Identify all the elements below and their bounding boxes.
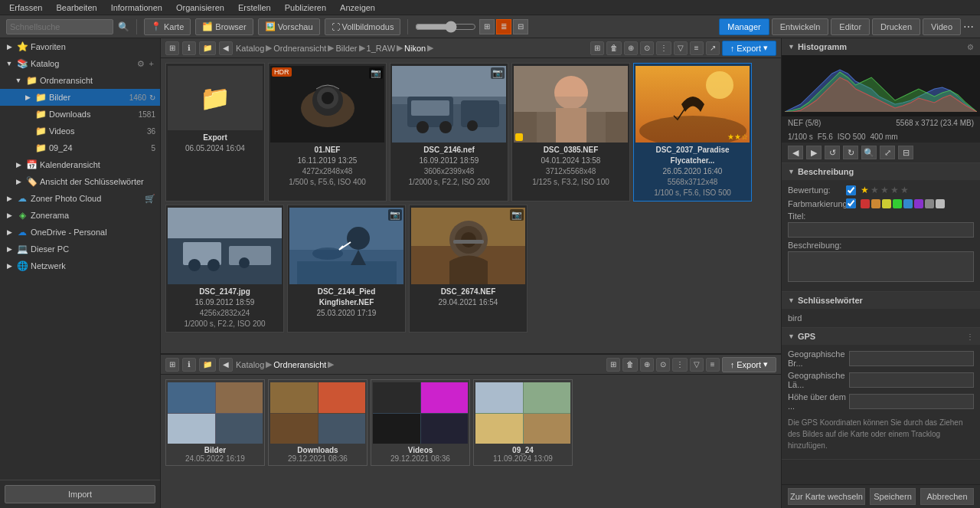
map-btn[interactable]: 📍 Karte	[144, 18, 191, 35]
editor-btn[interactable]: Editor	[831, 18, 870, 35]
toggle-pc[interactable]: ▶	[5, 244, 14, 254]
b2-folder-btn[interactable]: 📁	[199, 358, 216, 372]
breadcrumb-1raw[interactable]: 1_RAW	[367, 44, 396, 53]
b2-copy-btn[interactable]: ⊕	[640, 358, 654, 372]
keywords-header[interactable]: ▼ Schlüsselwörter	[782, 292, 980, 309]
menu-informationen[interactable]: Informationen	[105, 2, 168, 14]
breadcrumb-bilder[interactable]: Bilder	[335, 44, 357, 53]
color-yellow[interactable]	[882, 199, 891, 208]
description-header[interactable]: ▼ Beschreibung	[782, 163, 980, 180]
b1-info-btn[interactable]: ℹ	[182, 41, 196, 55]
folder-09-24[interactable]: 09_24 11.09.2024 13:09	[473, 379, 573, 466]
color-orange[interactable]	[871, 199, 880, 208]
bilder-sync-btn[interactable]: ↻	[149, 93, 155, 102]
gps-lat-input[interactable]	[849, 351, 974, 366]
b1-sort-btn[interactable]: ⋮	[656, 41, 671, 55]
thumb-export[interactable]: 📁 Export 06.05.2024 16:04	[165, 63, 265, 202]
save-button[interactable]: Speichern	[870, 488, 916, 505]
b1-share-btn[interactable]: ↗	[706, 41, 720, 55]
sidebar-item-network[interactable]: ▶ 🌐 Netzwerk	[0, 257, 160, 274]
sidebar-item-folder-view[interactable]: ▼ 📁 Ordneransicht	[0, 72, 160, 89]
hist-compare-btn[interactable]: ⊟	[898, 146, 913, 159]
sidebar-item-pc[interactable]: ▶ 💻 Dieser PC	[0, 241, 160, 257]
toggle-catalog[interactable]: ▼	[5, 59, 14, 68]
color-red[interactable]	[861, 199, 870, 208]
color-checkbox[interactable]	[846, 198, 856, 208]
b1-icon-btn[interactable]: ⊞	[165, 41, 179, 55]
hist-next-btn[interactable]: ▶	[806, 146, 822, 159]
menu-publizieren[interactable]: Publizieren	[279, 2, 332, 14]
sidebar-item-photo-cloud[interactable]: ▶ ☁ Zoner Photo Cloud 🛒	[0, 190, 160, 207]
sidebar-item-videos[interactable]: ▶ 📁 Videos 36	[0, 123, 160, 139]
sidebar-item-09-24[interactable]: ▶ 📁 09_24 5	[0, 139, 160, 156]
toggle-network[interactable]: ▶	[5, 261, 14, 270]
catalog-add-btn[interactable]: +	[148, 58, 155, 70]
b1-copy-btn[interactable]: ⊕	[624, 41, 638, 55]
b1-filter-btn[interactable]: ▽	[674, 41, 688, 55]
video-btn[interactable]: Video	[923, 18, 961, 35]
menu-erfassen[interactable]: Erfassen	[3, 2, 48, 14]
b2-paste-btn[interactable]: ⊙	[656, 358, 670, 372]
color-purple[interactable]	[914, 199, 923, 208]
gps-alt-input[interactable]	[849, 394, 974, 409]
catalog-settings-btn[interactable]: ⚙	[136, 58, 146, 70]
star-1[interactable]: ★	[861, 185, 869, 195]
menu-erstellen[interactable]: Erstellen	[232, 2, 277, 14]
import-button[interactable]: Import	[5, 485, 155, 503]
menu-anzeigen[interactable]: Anzeigen	[334, 2, 381, 14]
toggle-onedrive[interactable]: ▶	[5, 228, 14, 237]
b1-grid-btn[interactable]: ⊞	[590, 41, 604, 55]
sidebar-item-downloads[interactable]: ▶ 📁 Downloads 1581	[0, 106, 160, 123]
star-4[interactable]: ★	[890, 185, 899, 195]
toggle-keywords[interactable]: ▶	[14, 177, 23, 186]
toggle-bilder[interactable]: ▶	[23, 93, 32, 102]
color-lightgray[interactable]	[936, 199, 945, 208]
hist-expand-btn[interactable]: ⤢	[880, 146, 895, 159]
thumb-dsc2147[interactable]: DSC_2147.jpg 16.09.2012 18:59 4256x2832x…	[165, 205, 284, 333]
sidebar-item-bilder[interactable]: ▶ 📁 Bilder 1460 ↻	[0, 89, 160, 106]
gps-header[interactable]: ▼ GPS ⋮	[782, 328, 980, 345]
b2-view-btn[interactable]: ≡	[706, 358, 720, 372]
b2-icon-btn[interactable]: ⊞	[165, 358, 179, 372]
preview-btn[interactable]: 🖼️ Vorschau	[258, 18, 320, 35]
toggle-calendar[interactable]: ▶	[14, 160, 23, 169]
star-3[interactable]: ★	[880, 185, 889, 195]
search-input[interactable]	[6, 19, 113, 34]
b2-back-btn[interactable]: ◀	[219, 358, 233, 372]
cancel-button[interactable]: Abbrechen	[920, 488, 974, 505]
breadcrumb-nikon[interactable]: Nikon	[404, 44, 426, 53]
b2-export-btn[interactable]: ↑ Export ▾	[722, 357, 776, 372]
view-icon-detail[interactable]: ≣	[496, 19, 511, 34]
hist-rotate-left-btn[interactable]: ↺	[825, 146, 840, 159]
rating-stars[interactable]: ★ ★ ★ ★ ★	[861, 185, 909, 195]
develop-btn[interactable]: Entwickeln	[772, 18, 829, 35]
histogram-settings-icon[interactable]: ⚙	[967, 43, 974, 51]
thumb-01nef[interactable]: HDR 📷 01.NEF 16.11.2019 13:25 4272x2848x…	[268, 63, 387, 202]
hist-rotate-right-btn[interactable]: ↻	[843, 146, 858, 159]
gps-menu-icon[interactable]: ⋮	[966, 333, 974, 341]
b1-delete-btn[interactable]: 🗑	[606, 41, 622, 55]
gps-lon-input[interactable]	[849, 372, 974, 388]
breadcrumb-catalog[interactable]: Katalog	[236, 44, 264, 53]
breadcrumb2-ordner[interactable]: Ordneransicht	[273, 360, 326, 369]
sidebar-item-calendar[interactable]: ▶ 📅 Kalenderansicht	[0, 156, 160, 173]
sidebar-item-catalog[interactable]: ▼ 📚 Katalog ⚙ +	[0, 55, 160, 72]
b1-view-btn[interactable]: ≡	[690, 41, 704, 55]
view-icon-list[interactable]: ⊟	[513, 19, 528, 34]
toggle-zonerama[interactable]: ▶	[5, 211, 14, 220]
zoom-slider[interactable]	[415, 21, 476, 33]
sidebar-item-zonerama[interactable]: ▶ ◈ Zonerama	[0, 207, 160, 224]
folder-bilder[interactable]: Bilder 24.05.2022 16:19	[165, 379, 265, 466]
thumb-dsc0385[interactable]: DSC_0385.NEF 04.01.2024 13:58 3712x5568x…	[511, 63, 630, 202]
toggle-favorites[interactable]: ▶	[5, 42, 14, 51]
expand-btn[interactable]: ⋯	[963, 18, 974, 35]
view-icon-grid[interactable]: ⊞	[479, 19, 495, 34]
breadcrumb-ordner[interactable]: Ordneransicht	[273, 44, 326, 53]
b2-sort-btn[interactable]: ⋮	[672, 358, 688, 372]
b2-grid-btn[interactable]: ⊞	[606, 358, 620, 372]
b2-info-btn[interactable]: ℹ	[182, 358, 196, 372]
b1-back-btn[interactable]: ◀	[219, 41, 233, 55]
to-map-button[interactable]: Zur Karte wechseln	[788, 488, 865, 505]
breadcrumb2-catalog[interactable]: Katalog	[236, 360, 264, 369]
hist-zoom-in-btn[interactable]: 🔍	[861, 146, 877, 159]
